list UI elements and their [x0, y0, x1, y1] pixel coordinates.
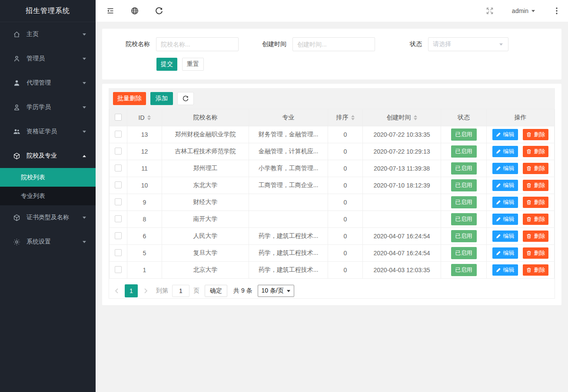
table-row: 6 人民大学 药学，建筑工程技术... 0 2020-04-07 16:24:5… — [110, 228, 555, 245]
cell-actions: 编辑 删除 — [487, 228, 555, 245]
delete-button-label: 删除 — [534, 181, 545, 189]
more-options-icon[interactable] — [553, 7, 560, 15]
row-checkbox[interactable] — [115, 249, 122, 256]
goto-page-input[interactable] — [172, 285, 189, 297]
app-title: 招生管理系统 — [0, 0, 96, 22]
submit-button[interactable]: 提交 — [156, 58, 177, 71]
table-container: ID 院校名称 专业 排序 创建时间 状态 操作 13 郑州财税金融职业学院 财… — [109, 109, 555, 299]
row-checkbox[interactable] — [115, 215, 122, 222]
table-row: 8 南开大学 0 已启用 编辑 删除 — [110, 211, 555, 228]
edit-button[interactable]: 编辑 — [492, 231, 518, 242]
delete-button[interactable]: 删除 — [523, 247, 548, 259]
edit-button-label: 编辑 — [503, 165, 515, 172]
status-badge: 已启用 — [451, 213, 477, 225]
row-checkbox[interactable] — [115, 131, 122, 138]
column-header-created-time[interactable]: 创建时间 — [363, 109, 441, 126]
sidebar-item-home[interactable]: 主页 — [0, 22, 96, 46]
table-refresh-button[interactable] — [177, 92, 194, 105]
goto-confirm-button[interactable]: 确定 — [205, 285, 227, 297]
delete-button[interactable]: 删除 — [523, 129, 548, 140]
cell-id: 10 — [127, 177, 162, 194]
batch-delete-button[interactable]: 批量删除 — [113, 92, 146, 105]
row-checkbox[interactable] — [115, 165, 122, 171]
edit-button[interactable]: 编辑 — [492, 129, 518, 140]
school-name-input[interactable] — [156, 37, 239, 51]
sidebar-item-major-list[interactable]: 专业列表 — [0, 187, 96, 205]
cell-sort: 0 — [328, 245, 363, 262]
main-area: admin 院校名称 创建时间 — [96, 0, 568, 392]
table-row: 12 吉林工程技术师范学院 金融管理，计算机应... 0 2020-07-22 … — [110, 143, 555, 160]
delete-button[interactable]: 删除 — [523, 180, 548, 191]
edit-button[interactable]: 编辑 — [492, 247, 518, 259]
prev-page-icon[interactable] — [113, 287, 120, 294]
cell-major: 工商管理，工商企业... — [249, 177, 328, 194]
sort-icon[interactable] — [351, 115, 355, 120]
edit-button[interactable]: 编辑 — [492, 163, 518, 174]
row-checkbox-cell — [110, 194, 127, 211]
status-badge: 已启用 — [451, 230, 477, 242]
edit-button[interactable]: 编辑 — [492, 180, 518, 191]
created-time-input[interactable] — [292, 37, 375, 51]
status-select[interactable]: 请选择 — [428, 37, 508, 51]
status-badge: 已启用 — [451, 162, 477, 175]
delete-button-label: 删除 — [534, 266, 545, 274]
sidebar-item-certificate-students[interactable]: 资格证学员 — [0, 119, 96, 144]
delete-button[interactable]: 删除 — [523, 214, 548, 225]
globe-icon[interactable] — [130, 7, 139, 15]
sort-icon[interactable] — [147, 115, 151, 120]
delete-button[interactable]: 删除 — [523, 163, 548, 174]
sidebar-item-certificate-types[interactable]: 证书类型及名称 — [0, 205, 96, 230]
trash-icon — [526, 267, 531, 273]
current-page-button[interactable]: 1 — [125, 284, 138, 297]
sidebar-item-managers[interactable]: 管理员 — [0, 46, 96, 71]
sidebar-item-degree-students[interactable]: 学历学员 — [0, 95, 96, 119]
user-menu[interactable]: admin — [512, 7, 535, 14]
reset-button[interactable]: 重置 — [182, 58, 204, 71]
add-button[interactable]: 添加 — [150, 92, 173, 105]
sidebar-item-agents[interactable]: 代理管理 — [0, 71, 96, 95]
delete-button[interactable]: 删除 — [523, 146, 548, 157]
collapse-menu-icon[interactable] — [106, 7, 115, 15]
delete-button[interactable]: 删除 — [523, 264, 548, 276]
sort-icon[interactable] — [414, 115, 417, 120]
chevron-down-icon — [287, 290, 290, 292]
cell-actions: 编辑 删除 — [487, 126, 555, 143]
cube-icon — [13, 152, 20, 160]
column-header-id[interactable]: ID — [127, 109, 162, 126]
row-checkbox[interactable] — [115, 148, 122, 155]
edit-button[interactable]: 编辑 — [492, 264, 518, 276]
refresh-icon[interactable] — [155, 7, 163, 15]
edit-button[interactable]: 编辑 — [492, 214, 518, 225]
column-header-sort[interactable]: 排序 — [328, 109, 363, 126]
cube-icon — [13, 214, 20, 221]
sidebar-item-system-settings[interactable]: 系统设置 — [0, 230, 96, 254]
page-size-select[interactable]: 10 条/页 — [258, 285, 294, 297]
cell-school-name: 郑州理工 — [162, 160, 249, 177]
edit-button[interactable]: 编辑 — [492, 197, 518, 208]
delete-button-label: 删除 — [534, 232, 545, 240]
content: 院校名称 创建时间 状态 请选择 — [96, 22, 568, 392]
sidebar-item-school-list[interactable]: 院校列表 — [0, 168, 96, 187]
page-word-label: 页 — [193, 287, 199, 295]
agent-icon — [13, 79, 20, 87]
goto-page-label: 到第 — [156, 287, 168, 295]
delete-button[interactable]: 删除 — [523, 231, 548, 242]
cell-id: 13 — [127, 126, 162, 143]
row-checkbox[interactable] — [115, 181, 122, 188]
select-all-checkbox[interactable] — [115, 114, 122, 121]
search-row: 院校名称 创建时间 状态 请选择 — [109, 37, 555, 51]
delete-button[interactable]: 删除 — [523, 197, 548, 208]
sidebar-item-schools-majors[interactable]: 院校及专业 — [0, 144, 96, 168]
row-checkbox[interactable] — [115, 232, 122, 239]
username: admin — [512, 7, 528, 14]
edit-button[interactable]: 编辑 — [492, 146, 518, 157]
row-checkbox-cell — [110, 160, 127, 177]
next-page-icon[interactable] — [142, 287, 149, 294]
sidebar-item-label: 代理管理 — [27, 79, 83, 87]
table-toolbar: 批量删除 添加 — [109, 88, 555, 109]
row-checkbox[interactable] — [115, 266, 122, 273]
row-checkbox[interactable] — [115, 198, 122, 205]
fullscreen-icon[interactable] — [486, 7, 494, 15]
sidebar: 招生管理系统 主页 管理员 代理管理 — [0, 0, 96, 392]
chevron-down-icon — [83, 217, 86, 219]
